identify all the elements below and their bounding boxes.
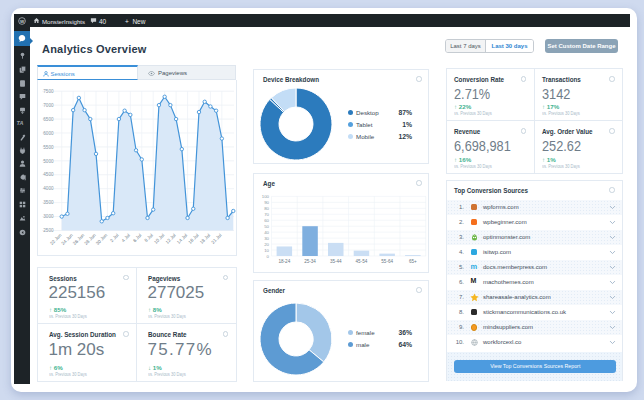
svg-text:14 Jul: 14 Jul xyxy=(176,233,188,245)
svg-text:7500: 7500 xyxy=(43,89,54,94)
svg-text:6500: 6500 xyxy=(43,117,54,122)
svg-text:6 Jul: 6 Jul xyxy=(132,233,142,243)
svg-text:80: 80 xyxy=(264,206,269,211)
svg-text:12 Jul: 12 Jul xyxy=(165,233,177,245)
svg-text:40: 40 xyxy=(264,230,269,235)
svg-text:18 Jul: 18 Jul xyxy=(199,233,211,245)
svg-text:6000: 6000 xyxy=(43,131,54,136)
svg-text:70: 70 xyxy=(264,212,269,217)
svg-text:20: 20 xyxy=(264,242,269,247)
svg-text:10: 10 xyxy=(264,248,269,253)
svg-text:2500: 2500 xyxy=(43,228,54,233)
svg-text:16 Jul: 16 Jul xyxy=(187,233,199,245)
svg-text:30 Jun: 30 Jun xyxy=(95,232,109,246)
svg-text:25-34: 25-34 xyxy=(304,259,316,264)
svg-text:7000: 7000 xyxy=(43,103,54,108)
svg-text:50: 50 xyxy=(264,224,269,229)
svg-text:4000: 4000 xyxy=(43,186,54,191)
svg-text:55-64: 55-64 xyxy=(381,259,393,264)
svg-text:3000: 3000 xyxy=(43,214,54,219)
svg-text:5000: 5000 xyxy=(43,159,54,164)
svg-text:60: 60 xyxy=(264,218,269,223)
svg-text:4 Jul: 4 Jul xyxy=(121,233,131,243)
svg-text:21 Jul: 21 Jul xyxy=(210,233,222,245)
svg-text:2 Jul: 2 Jul xyxy=(109,233,119,243)
svg-text:100: 100 xyxy=(261,194,269,199)
svg-text:18-24: 18-24 xyxy=(278,259,290,264)
svg-text:4500: 4500 xyxy=(43,172,54,177)
svg-text:35-44: 35-44 xyxy=(329,259,341,264)
svg-text:90: 90 xyxy=(264,200,269,205)
svg-text:65+: 65+ xyxy=(408,259,416,264)
svg-text:3500: 3500 xyxy=(43,200,54,205)
svg-text:30: 30 xyxy=(264,236,269,241)
svg-text:45-54: 45-54 xyxy=(355,259,367,264)
svg-text:0: 0 xyxy=(266,254,269,259)
svg-text:W: W xyxy=(20,18,25,23)
svg-text:10 Jul: 10 Jul xyxy=(153,233,165,245)
svg-text:5500: 5500 xyxy=(43,145,54,150)
